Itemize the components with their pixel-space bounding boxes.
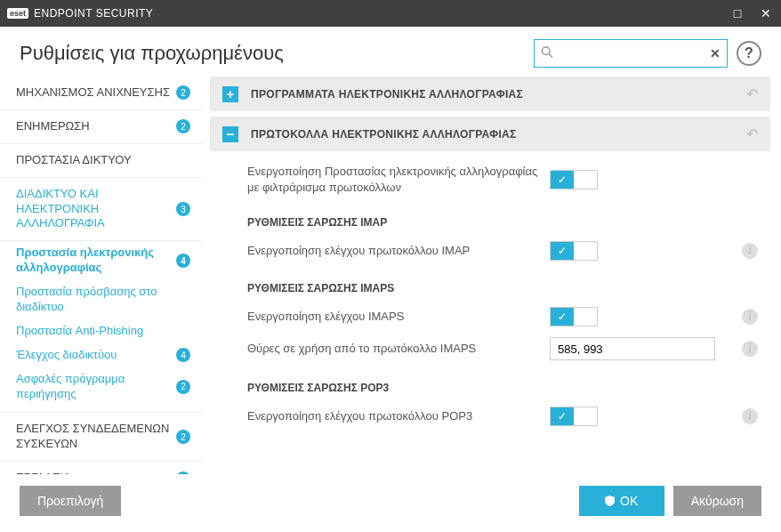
page-title: Ρυθμίσεις για προχωρημένους: [20, 42, 284, 65]
badge: 4: [176, 348, 190, 362]
info-icon[interactable]: i: [742, 309, 758, 325]
badge: 2: [176, 119, 190, 133]
section-title: ΠΡΟΓΡΑΜΜΑΤΑ ΗΛΕΚΤΡΟΝΙΚΗΣ ΑΛΛΗΛΟΓΡΑΦΙΑΣ: [251, 88, 746, 101]
heading-imaps: ΡΥΘΜΙΣΕΙΣ ΣΑΡΩΣΗΣ IMAPS: [210, 266, 770, 302]
toggle-enable-imap[interactable]: ✓: [550, 241, 598, 261]
toggle-enable-pop3[interactable]: ✓: [550, 407, 598, 426]
setting-label: Θύρες σε χρήση από το πρωτόκολλο IMAPS: [247, 341, 550, 357]
nav-anti-phishing[interactable]: Προστασία Anti-Phishing: [0, 319, 203, 343]
titlebar: eset ENDPOINT SECURITY □ ✕: [0, 0, 781, 27]
badge: 2: [176, 85, 190, 100]
search-input[interactable]: [534, 39, 728, 68]
nav-update[interactable]: ΕΝΗΜΕΡΩΣΗ2: [0, 110, 203, 144]
setting-label: Ενεργοποίηση ελέγχου πρωτοκόλλου POP3: [247, 408, 550, 424]
default-button[interactable]: Προεπιλογή: [20, 486, 121, 516]
section-title: ΠΡΩΤΟΚΟΛΛΑ ΗΛΕΚΤΡΟΝΙΚΗΣ ΑΛΛΗΛΟΓΡΑΦΙΑΣ: [251, 128, 746, 141]
svg-point-0: [542, 47, 550, 55]
row-enable-imaps: Ενεργοποίηση ελέγχου IMAPS ✓ i: [210, 302, 770, 332]
nav-email-protection[interactable]: Προστασία ηλεκτρονικής αλληλογραφίας4: [0, 241, 203, 280]
check-icon: ✓: [551, 242, 574, 260]
page-header: Ρυθμίσεις για προχωρημένους ✕ ?: [0, 27, 781, 77]
nav-device-control[interactable]: ΕΛΕΓΧΟΣ ΣΥΝΔΕΔΕΜΕΝΩΝ ΣΥΣΚΕΥΩΝ2: [0, 413, 203, 462]
nav-web-control[interactable]: Έλεγχος διαδικτύου4: [0, 343, 203, 367]
heading-imap: ΡΥΘΜΙΣΕΙΣ ΣΑΡΩΣΗΣ IMAP: [210, 200, 770, 236]
toggle-enable-email-protection[interactable]: ✓: [550, 170, 598, 189]
row-enable-email-protection: Ενεργοποίηση Προστασίας ηλεκτρονικής αλλ…: [210, 158, 770, 200]
revert-icon[interactable]: ↶: [746, 85, 758, 102]
svg-line-1: [549, 54, 552, 58]
expand-icon: +: [222, 86, 238, 102]
search-icon: [541, 46, 553, 61]
row-enable-imap: Ενεργοποίηση ελέγχου πρωτοκόλλου IMAP ✓ …: [210, 236, 770, 266]
check-icon: ✓: [551, 171, 574, 189]
brand-logo: eset: [7, 8, 28, 19]
collapse-icon: −: [222, 126, 238, 142]
nav-network-protection[interactable]: ΠΡΟΣΤΑΣΙΑ ΔΙΚΤΥΟΥ: [0, 144, 203, 178]
nav-secure-browser[interactable]: Ασφαλές πρόγραμμα περιήγησης2: [0, 367, 203, 414]
setting-label: Ενεργοποίηση ελέγχου πρωτοκόλλου IMAP: [247, 243, 550, 259]
footer: Προεπιλογή OK Ακύρωση: [0, 474, 781, 532]
check-icon: ✓: [551, 308, 574, 326]
heading-pop3: ΡΥΘΜΙΣΕΙΣ ΣΑΡΩΣΗΣ POP3: [210, 366, 770, 401]
product-name: ENDPOINT SECURITY: [34, 7, 153, 20]
window-close-icon[interactable]: ✕: [758, 5, 774, 21]
clear-search-icon[interactable]: ✕: [710, 46, 721, 60]
setting-label: Ενεργοποίηση ελέγχου IMAPS: [247, 309, 550, 325]
info-icon[interactable]: i: [742, 408, 758, 424]
nav-web-access[interactable]: Προστασία πρόσβασης στο διαδίκτυο: [0, 280, 203, 319]
revert-icon[interactable]: ↶: [746, 125, 758, 142]
badge: 2: [176, 380, 190, 394]
row-enable-pop3: Ενεργοποίηση ελέγχου πρωτοκόλλου POP3 ✓ …: [210, 401, 770, 431]
help-button[interactable]: ?: [737, 41, 761, 66]
setting-label: Ενεργοποίηση Προστασίας ηλεκτρονικής αλλ…: [247, 164, 550, 195]
section-email-protocols[interactable]: − ΠΡΩΤΟΚΟΛΛΑ ΗΛΕΚΤΡΟΝΙΚΗΣ ΑΛΛΗΛΟΓΡΑΦΙΑΣ …: [210, 117, 770, 151]
toggle-enable-imaps[interactable]: ✓: [550, 307, 598, 326]
row-imaps-ports: Θύρες σε χρήση από το πρωτόκολλο IMAPS i: [210, 332, 770, 366]
badge: 4: [176, 254, 190, 268]
shield-icon: [605, 496, 615, 506]
section-email-clients[interactable]: + ΠΡΟΓΡΑΜΜΑΤΑ ΗΛΕΚΤΡΟΝΙΚΗΣ ΑΛΛΗΛΟΓΡΑΦΙΑΣ…: [210, 77, 770, 111]
ok-button[interactable]: OK: [579, 486, 664, 516]
badge: 2: [176, 430, 190, 444]
content-pane: + ΠΡΟΓΡΑΜΜΑΤΑ ΗΛΕΚΤΡΟΝΙΚΗΣ ΑΛΛΗΛΟΓΡΑΦΙΑΣ…: [203, 77, 781, 474]
badge: 3: [176, 202, 190, 216]
nav-tools[interactable]: ΕΡΓΑΛΕΙΑ3: [0, 462, 203, 474]
input-imaps-ports[interactable]: [550, 337, 715, 360]
info-icon[interactable]: i: [742, 341, 758, 357]
window-maximize-icon[interactable]: □: [729, 5, 745, 21]
check-icon: ✓: [551, 407, 574, 425]
nav-detection-engine[interactable]: ΜΗΧΑΝΙΣΜΟΣ ΑΝΙΧΝΕΥΣΗΣ2: [0, 77, 203, 110]
search-box: ✕: [534, 39, 728, 68]
info-icon[interactable]: i: [742, 243, 758, 259]
nav-web-email[interactable]: ΔΙΑΔΙΚΤΥΟ ΚΑΙ ΗΛΕΚΤΡΟΝΙΚΗ ΑΛΛΗΛΟΓΡΑΦΙΑ3: [0, 178, 203, 242]
sidebar: ΜΗΧΑΝΙΣΜΟΣ ΑΝΙΧΝΕΥΣΗΣ2 ΕΝΗΜΕΡΩΣΗ2 ΠΡΟΣΤΑ…: [0, 77, 203, 474]
cancel-button[interactable]: Ακύρωση: [673, 486, 761, 516]
